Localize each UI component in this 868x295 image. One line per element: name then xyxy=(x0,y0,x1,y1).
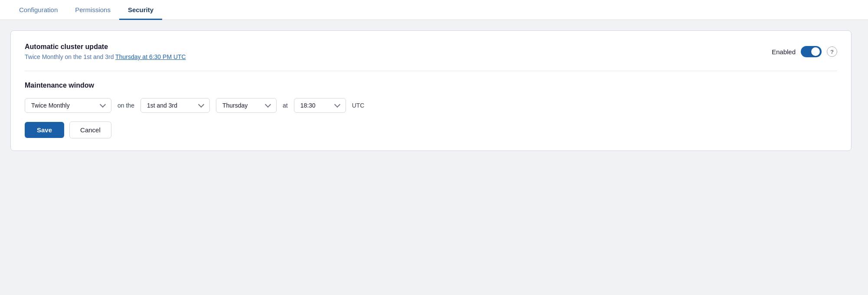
time-value: 18:30 xyxy=(300,102,316,109)
frequency-value: Twice Monthly xyxy=(31,102,70,109)
cancel-button[interactable]: Cancel xyxy=(69,121,111,138)
main-content: Automatic cluster update Twice Monthly o… xyxy=(0,20,868,161)
occurrence-value: 1st and 3rd xyxy=(147,102,177,109)
enabled-toggle[interactable] xyxy=(801,46,822,57)
connector-on-the: on the xyxy=(117,102,134,109)
maintenance-row: Twice Monthly on the 1st and 3rd Thursda… xyxy=(25,98,837,113)
toggle-track xyxy=(801,46,822,57)
tab-permissions[interactable]: Permissions xyxy=(66,0,119,20)
description-prefix: Twice Monthly on the 1st and 3rd xyxy=(25,53,115,60)
timezone-label: UTC xyxy=(352,102,365,109)
frequency-dropdown[interactable]: Twice Monthly xyxy=(25,98,111,113)
auto-update-section: Automatic cluster update Twice Monthly o… xyxy=(25,43,837,71)
occurrence-dropdown[interactable]: 1st and 3rd xyxy=(140,98,210,113)
occurrence-chevron-icon xyxy=(198,102,204,108)
description-link[interactable]: Thursday at 6:30 PM UTC xyxy=(115,53,186,60)
day-value: Thursday xyxy=(222,102,248,109)
time-dropdown[interactable]: 18:30 xyxy=(294,98,346,113)
help-icon[interactable]: ? xyxy=(827,46,837,57)
auto-update-title: Automatic cluster update xyxy=(25,43,186,51)
tabs-bar: Configuration Permissions Security xyxy=(0,0,868,20)
maintenance-window-title: Maintenance window xyxy=(25,82,837,89)
tab-configuration[interactable]: Configuration xyxy=(10,0,66,20)
time-chevron-icon xyxy=(334,102,340,108)
enabled-label: Enabled xyxy=(772,48,796,56)
action-row: Save Cancel xyxy=(25,121,837,138)
auto-update-info: Automatic cluster update Twice Monthly o… xyxy=(25,43,186,60)
toggle-thumb xyxy=(811,47,820,56)
save-button[interactable]: Save xyxy=(25,122,64,138)
tab-security[interactable]: Security xyxy=(119,0,162,20)
day-dropdown[interactable]: Thursday xyxy=(216,98,277,113)
page-container: Configuration Permissions Security Autom… xyxy=(0,0,868,295)
frequency-chevron-icon xyxy=(100,102,106,108)
connector-at: at xyxy=(283,102,288,109)
day-chevron-icon xyxy=(265,102,271,108)
maintenance-section: Maintenance window Twice Monthly on the … xyxy=(25,82,837,138)
enabled-control: Enabled ? xyxy=(772,46,837,57)
settings-card: Automatic cluster update Twice Monthly o… xyxy=(10,30,852,151)
auto-update-description: Twice Monthly on the 1st and 3rd Thursda… xyxy=(25,53,186,60)
